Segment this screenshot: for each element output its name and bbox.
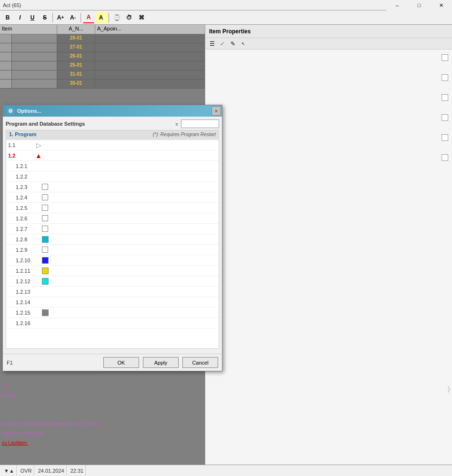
resize-icon-button[interactable]: ↖ [239, 39, 248, 49]
tree-row-1-2-8[interactable]: 1.2.8 [6, 234, 219, 245]
highlight-button[interactable]: A [95, 12, 107, 23]
table-row: 26-01 [0, 52, 205, 61]
scroll-down-icon: ▼ [4, 468, 9, 474]
status-date: 24.01.2024 [36, 465, 67, 476]
tree-row-1-1[interactable]: 1.1 ▷ [6, 140, 219, 150]
tree-label-1-2-2: 1.2.2 [16, 174, 42, 179]
italic-button[interactable]: I [14, 12, 26, 23]
tree-row-1-2-16[interactable]: 1.2.16 [6, 318, 219, 328]
tree-row-1-2-13[interactable]: 1.2.13 [6, 287, 219, 297]
dialog-section-title: Program and Database Settings [6, 121, 85, 127]
tree-row-1-2-5[interactable]: 1.2.5 [6, 203, 219, 213]
tree-row-1-2-11[interactable]: 1.2.11 [6, 266, 219, 276]
color-swatch-1-2-11[interactable] [42, 268, 49, 274]
cancel-button[interactable]: Cancel [182, 357, 218, 368]
font-size-up-button[interactable]: A+ [55, 12, 66, 23]
dialog-title: Options... [17, 108, 41, 114]
tree-row-1-2-3[interactable]: 1.2.3 [6, 182, 219, 192]
tree-row-1-2-1[interactable]: 1.2.1 [6, 161, 219, 171]
table-row: 31-01 [0, 70, 205, 79]
tree-row-1-2-12[interactable]: 1.2.12 [6, 276, 219, 287]
tree-checkbox-1-2-3[interactable] [42, 184, 48, 190]
dialog-sub-label[interactable]: 1. Program [9, 131, 36, 137]
tree-label-1-2-7: 1.2.7 [16, 226, 42, 232]
dialog-close-button[interactable]: × [211, 106, 221, 116]
font-color-button[interactable]: A [83, 12, 94, 23]
item-properties-header: Item Properties [205, 25, 452, 38]
minimize-button[interactable]: – [386, 0, 408, 10]
status-ovr: OVR [19, 465, 34, 476]
right-panel-checkboxes [442, 54, 448, 161]
apply-button[interactable]: Apply [143, 357, 179, 368]
dialog-help-label: F1 [7, 360, 13, 366]
tree-checkbox-1-2-4[interactable] [42, 194, 48, 200]
property-checkbox-3[interactable] [442, 94, 448, 101]
window-title: Act (65) [3, 2, 21, 8]
dialog-footer: F1 OK Apply Cancel [3, 354, 222, 371]
bold-button[interactable]: B [2, 12, 13, 23]
tree-label-1-2-9: 1.2.9 [16, 247, 42, 253]
toolbar-separator-2 [80, 13, 81, 22]
expand-arrow-icon[interactable]: 〉 [448, 385, 450, 393]
color-swatch-1-2-10[interactable] [42, 257, 49, 264]
close-button[interactable]: ✕ [430, 0, 452, 10]
status-nausen-text: nausen reichen aus [2, 431, 43, 436]
main-toolbar: B I U S A+ A- A A ⌚ ⏱ ⌘ [0, 10, 452, 25]
tree-label-1-2-12: 1.2.12 [16, 278, 42, 284]
status-laufaten-link[interactable]: zu Laufaten. [2, 440, 28, 446]
property-checkbox-2[interactable] [442, 74, 448, 81]
tree-label-1-2-15: 1.2.15 [16, 310, 42, 316]
sheet-header: Item A_N... A_Apoin... [0, 25, 205, 34]
tree-row-1-2-9[interactable]: 1.2.9 [6, 245, 219, 255]
tree-row-1-2-4[interactable]: 1.2.4 [6, 192, 219, 203]
status-scroll-icon: ▼ ▲ [2, 465, 17, 476]
tree-row-1-2[interactable]: 1.2 ▲ [6, 150, 219, 161]
tree-row-1-2-6[interactable]: 1.2.6 [6, 213, 219, 224]
tree-label-1-2-1: 1.2.1 [16, 163, 42, 169]
tree-checkbox-1-2-5[interactable] [42, 205, 48, 211]
underline-button[interactable]: U [27, 12, 38, 23]
tree-row-1-2-15[interactable]: 1.2.15 [6, 307, 219, 318]
item-properties-title: Item Properties [209, 28, 251, 35]
list-icon-button[interactable]: ☰ [207, 39, 217, 49]
color-swatch-1-2-15[interactable] [42, 309, 49, 316]
strikethrough-button[interactable]: S [39, 12, 50, 23]
color-swatch-1-2-12[interactable] [42, 278, 49, 285]
tree-checkbox-1-2-9[interactable] [42, 247, 48, 253]
tree-checkbox-1-2-7[interactable] [42, 226, 48, 232]
property-checkbox-5[interactable] [442, 134, 448, 141]
property-checkbox-1[interactable] [442, 54, 448, 61]
dialog-titlebar: ⚙ Options... × [3, 105, 222, 117]
maximize-button[interactable]: □ [408, 0, 430, 10]
col-an-header: A_N... [57, 25, 95, 34]
dialog-filter-row: ⌅ [174, 119, 219, 128]
clock-icon-button[interactable]: ⌚ [111, 12, 122, 23]
ok-button[interactable]: OK [103, 357, 139, 368]
property-checkbox-6[interactable] [442, 154, 448, 161]
dialog-tree: 1.1 ▷ 1.2 ▲ 1.2.1 1.2 [6, 139, 219, 349]
stopwatch-icon-button[interactable]: ⏱ [123, 12, 135, 23]
check-icon-button[interactable]: ✓ [218, 39, 227, 49]
color-swatch-1-2-8[interactable] [42, 236, 49, 243]
property-checkbox-4[interactable] [442, 114, 448, 121]
edit-icon-button[interactable]: ✎ [228, 39, 238, 49]
tree-row-1-2-7[interactable]: 1.2.7 [6, 224, 219, 234]
tree-label-1-2-8: 1.2.8 [16, 237, 42, 242]
tree-label-1-2-10: 1.2.10 [16, 258, 42, 263]
command-icon-button[interactable]: ⌘ [136, 12, 147, 23]
tree-label-1-2-3: 1.2.3 [16, 184, 42, 190]
font-size-down-button[interactable]: A- [67, 12, 79, 23]
tree-label-1-2: 1.2 [8, 153, 34, 159]
tree-row-1-2-14[interactable]: 1.2.14 [6, 297, 219, 307]
tree-label-1-2-6: 1.2.6 [16, 216, 42, 221]
tree-row-1-2-2[interactable]: 1.2.2 [6, 171, 219, 182]
arrow-right-icon: ▷ [36, 141, 41, 149]
status-bar: ▼ ▲ OVR 24.01.2024 22:31 [0, 465, 452, 476]
dialog-search-input[interactable] [181, 119, 219, 128]
tree-row-1-2-10[interactable]: 1.2.10 [6, 255, 219, 266]
tree-checkbox-1-2-6[interactable] [42, 215, 48, 221]
window-controls: – □ ✕ [386, 0, 452, 10]
tree-label-1-2-16: 1.2.16 [16, 320, 42, 326]
dialog-title-icon: ⚙ [7, 107, 14, 115]
table-row: 30-01 [0, 79, 205, 89]
